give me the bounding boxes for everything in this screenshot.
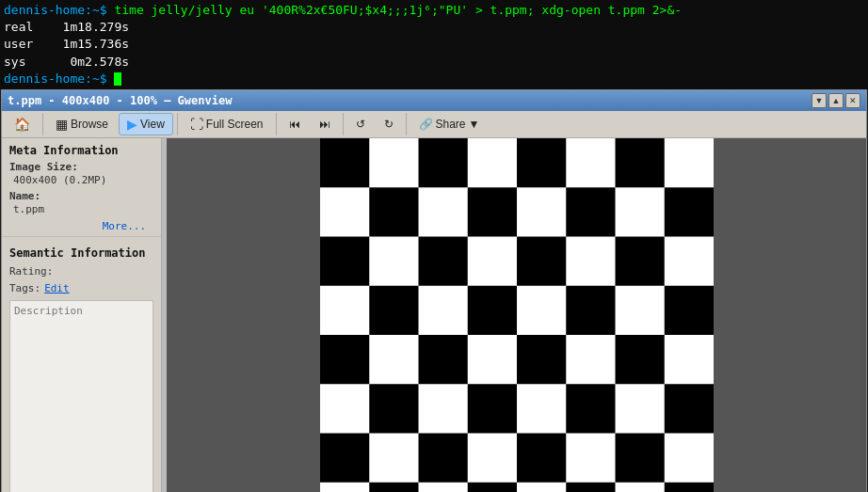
svg-rect-16 [664,286,713,335]
image-size-value: 400x400 (0.2MP) [2,174,161,189]
svg-rect-13 [369,286,418,335]
svg-rect-26 [418,433,467,482]
share-button[interactable]: 🔗 Share ▼ [410,114,489,135]
main-content: Meta Information Image Size: 400x400 (0.… [2,138,866,492]
svg-rect-5 [369,187,418,236]
toolbar-separator-2 [177,113,178,135]
next-icon: ⏭ [319,118,330,131]
terminal-line-1: dennis-home:~$ time jelly/jelly eu '400R… [4,2,864,19]
toolbar-separator-3 [276,113,277,135]
prev-button[interactable]: ⏮ [281,114,309,135]
prev-icon: ⏮ [289,118,300,131]
sidebar: Meta Information Image Size: 400x400 (0.… [2,138,162,492]
svg-rect-9 [320,236,369,285]
rotate-right-icon: ↻ [384,118,394,131]
terminal-line-sys: sys 0m2.578s [4,54,864,71]
svg-rect-30 [467,483,516,492]
tags-label: Tags: [9,282,40,294]
home-icon: 🏠 [14,117,30,132]
fullscreen-button[interactable]: ⛶ Full Screen [182,113,272,135]
svg-rect-3 [517,138,566,187]
terminal-prompt: dennis-home:~$ [4,3,107,17]
title-bar: t.ppm - 400x400 - 100% — Gwenview ▼ ▲ ✕ [2,90,866,111]
toolbar-separator-1 [42,113,43,135]
share-icon: 🔗 [419,118,433,131]
sidebar-divider [2,236,161,237]
svg-rect-15 [566,286,615,335]
svg-rect-18 [418,335,467,384]
toolbar-separator-5 [406,113,407,135]
terminal-line-user: user 1m15.736s [4,36,864,53]
svg-rect-27 [517,433,566,482]
terminal-command: time jelly/jelly eu '400R%2x€50FU;$x4;;;… [107,3,682,17]
window-title: t.ppm - 400x400 - 100% — Gwenview [8,94,232,107]
svg-rect-28 [615,433,664,482]
meta-section-title: Meta Information [2,138,161,160]
view-icon: ▶ [127,117,137,132]
maximize-button[interactable]: ▲ [828,93,844,108]
svg-rect-31 [566,483,615,492]
terminal: dennis-home:~$ time jelly/jelly eu '400R… [0,0,868,89]
svg-rect-24 [664,384,713,433]
image-area [167,138,866,492]
minimize-button[interactable]: ▼ [812,93,827,108]
toolbar: 🏠 ▦ Browse ▶ View ⛶ Full Screen ⏮ ⏭ ↺ ↻ [2,111,866,138]
svg-rect-22 [467,384,516,433]
browse-button[interactable]: ▦ Browse [47,113,117,135]
view-label: View [140,118,165,131]
terminal-line-prompt2: dennis-home:~$ [4,71,864,87]
svg-rect-4 [615,138,664,187]
svg-rect-29 [369,483,418,492]
share-label: Share [436,118,466,131]
svg-rect-2 [418,138,467,187]
terminal-line-real: real 1m18.279s [4,19,864,36]
rating-line: Rating: ☆☆☆☆☆ [2,262,161,280]
svg-rect-10 [418,236,467,285]
next-button[interactable]: ⏭ [311,114,339,135]
home-button[interactable]: 🏠 [6,113,39,135]
svg-rect-6 [467,187,516,236]
toolbar-separator-4 [343,113,344,135]
svg-rect-21 [369,384,418,433]
more-link[interactable]: More... [95,218,153,234]
stars[interactable]: ☆☆☆☆☆ [56,264,98,278]
svg-rect-7 [566,187,615,236]
share-arrow-icon: ▼ [469,118,480,131]
svg-rect-17 [320,335,369,384]
fullscreen-icon: ⛶ [190,117,203,132]
terminal-prompt-2: dennis-home:~$ [4,71,107,86]
browse-label: Browse [71,118,108,131]
rating-label: Rating: [9,265,53,278]
svg-rect-23 [566,384,615,433]
svg-rect-12 [615,236,664,285]
svg-rect-32 [664,483,713,492]
view-button[interactable]: ▶ View [119,113,173,135]
gwenview-window: t.ppm - 400x400 - 100% — Gwenview ▼ ▲ ✕ … [1,89,867,492]
svg-rect-19 [517,335,566,384]
svg-rect-1 [320,138,369,187]
window-controls: ▼ ▲ ✕ [812,93,860,108]
tags-line: Tags: Edit [2,280,161,296]
rotate-left-button[interactable]: ↺ [347,114,374,135]
svg-rect-8 [664,187,713,236]
fullscreen-label: Full Screen [206,118,264,131]
semantic-section-title: Semantic Information [2,241,161,262]
name-label: Name: [2,189,161,203]
name-value: t.ppm [2,203,161,218]
svg-rect-20 [615,335,664,384]
svg-rect-25 [320,433,369,482]
edit-tags-link[interactable]: Edit [44,282,70,294]
browse-icon: ▦ [56,117,68,132]
svg-rect-11 [517,236,566,285]
terminal-cursor [114,72,121,86]
rotate-left-icon: ↺ [356,118,365,131]
rotate-right-button[interactable]: ↻ [376,114,402,135]
close-button[interactable]: ✕ [845,93,860,108]
checkerboard-image [300,138,733,492]
svg-rect-14 [467,286,516,335]
description-textarea[interactable] [9,300,153,492]
image-size-label: Image Size: [2,160,161,174]
